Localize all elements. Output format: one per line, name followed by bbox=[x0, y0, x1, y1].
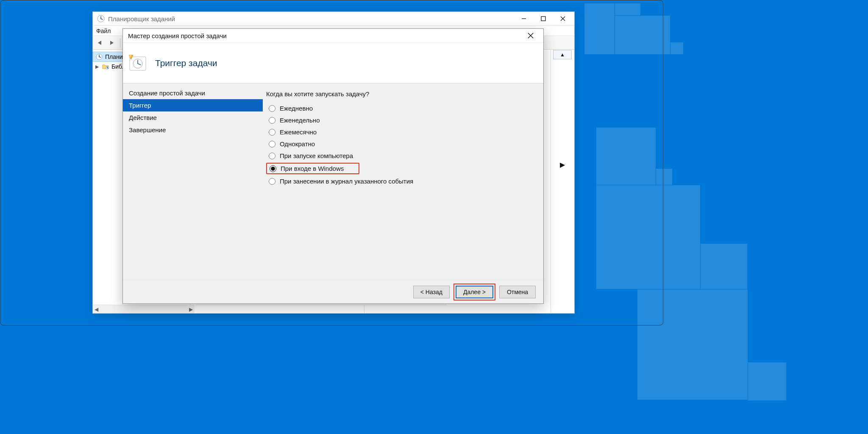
step-trigger[interactable]: Триггер bbox=[123, 99, 263, 111]
status-separator bbox=[364, 305, 364, 313]
radio-daily[interactable]: Ежедневно bbox=[266, 103, 535, 113]
titlebar[interactable]: Планировщик заданий bbox=[93, 12, 574, 26]
radio-weekly-label: Еженедельно bbox=[280, 117, 320, 124]
radio-monthly[interactable]: Ежемесячно bbox=[266, 127, 535, 137]
chevron-right-icon[interactable]: ▶ bbox=[95, 64, 100, 70]
wizard-footer: < Назад Далее > Отмена bbox=[123, 280, 543, 303]
step-finish[interactable]: Завершение bbox=[123, 124, 263, 136]
desktop-decor bbox=[670, 42, 683, 54]
radio-startup-label: При запуске компьютера bbox=[280, 152, 353, 159]
desktop-decor bbox=[748, 362, 786, 401]
menu-file[interactable]: Файл bbox=[96, 28, 111, 34]
toolbar-separator bbox=[120, 38, 120, 47]
actions-pane: ▲ ▶ bbox=[551, 50, 574, 313]
dialog-close-button[interactable] bbox=[523, 30, 538, 42]
radio-once-label: Однократно bbox=[280, 140, 315, 147]
radio-startup-input[interactable] bbox=[269, 153, 275, 159]
minimize-button[interactable] bbox=[514, 12, 534, 25]
wizard-steps: Создание простой задачи Триггер Действие… bbox=[123, 83, 263, 280]
wizard-heading: Триггер задачи bbox=[155, 58, 217, 68]
expand-arrow-icon[interactable]: ▶ bbox=[553, 160, 572, 169]
radio-logon[interactable]: При входе в Windows bbox=[266, 163, 359, 174]
desktop-decor bbox=[701, 244, 747, 289]
status-strip bbox=[195, 305, 447, 313]
radio-logon-input[interactable] bbox=[270, 165, 276, 172]
radio-once[interactable]: Однократно bbox=[266, 139, 535, 149]
desktop-decor bbox=[615, 3, 640, 15]
scroll-up-button[interactable]: ▲ bbox=[553, 50, 572, 59]
desktop-decor bbox=[615, 16, 670, 54]
horizontal-scrollbar[interactable]: ◀ ▶ bbox=[93, 305, 195, 313]
radio-weekly-input[interactable] bbox=[269, 117, 275, 124]
desktop-decor bbox=[596, 185, 700, 289]
radio-startup[interactable]: При запуске компьютера bbox=[266, 151, 535, 161]
create-basic-task-wizard: Мастер создания простой задачи Триггер з… bbox=[122, 28, 544, 304]
trigger-prompt: Когда вы хотите запускать задачу? bbox=[266, 90, 535, 97]
desktop-decor bbox=[637, 289, 748, 400]
clock-icon bbox=[96, 53, 103, 60]
wizard-header: Триггер задачи bbox=[123, 43, 543, 83]
step-create[interactable]: Создание простой задачи bbox=[123, 87, 263, 99]
svg-line-12 bbox=[107, 68, 108, 68]
nav-forward-button[interactable] bbox=[107, 38, 117, 47]
radio-weekly[interactable]: Еженедельно bbox=[266, 115, 535, 125]
radio-onevent[interactable]: При занесении в журнал указанного событи… bbox=[266, 176, 535, 186]
radio-once-input[interactable] bbox=[269, 141, 275, 147]
wizard-content: Когда вы хотите запускать задачу? Ежедне… bbox=[263, 83, 543, 280]
maximize-button[interactable] bbox=[534, 12, 553, 25]
clock-icon bbox=[97, 15, 105, 22]
desktop-decor bbox=[596, 128, 656, 185]
dialog-title: Мастер создания простой задачи bbox=[128, 32, 227, 39]
nav-back-button[interactable] bbox=[95, 38, 105, 47]
scroll-right-icon[interactable]: ▶ bbox=[189, 306, 193, 312]
radio-onevent-input[interactable] bbox=[269, 178, 275, 185]
radio-logon-label: При входе в Windows bbox=[281, 165, 344, 172]
radio-monthly-label: Ежемесячно bbox=[280, 128, 317, 136]
dialog-titlebar[interactable]: Мастер создания простой задачи bbox=[123, 29, 543, 43]
next-button[interactable]: Далее > bbox=[456, 286, 493, 298]
radio-monthly-input[interactable] bbox=[269, 129, 275, 136]
wizard-clock-icon bbox=[128, 54, 147, 72]
desktop-decor bbox=[656, 169, 672, 185]
window-title: Планировщик заданий bbox=[108, 15, 175, 22]
radio-daily-input[interactable] bbox=[269, 105, 275, 112]
close-button[interactable] bbox=[553, 12, 573, 25]
radio-daily-label: Ежедневно bbox=[280, 105, 313, 112]
cancel-button[interactable]: Отмена bbox=[499, 286, 536, 298]
scroll-left-icon[interactable]: ◀ bbox=[95, 306, 98, 312]
radio-onevent-label: При занесении в журнал указанного событи… bbox=[280, 178, 413, 185]
step-action[interactable]: Действие bbox=[123, 111, 263, 124]
svg-rect-4 bbox=[541, 17, 545, 21]
back-button[interactable]: < Назад bbox=[413, 286, 450, 298]
desktop-decor bbox=[584, 3, 615, 54]
folder-clock-icon bbox=[102, 63, 109, 70]
